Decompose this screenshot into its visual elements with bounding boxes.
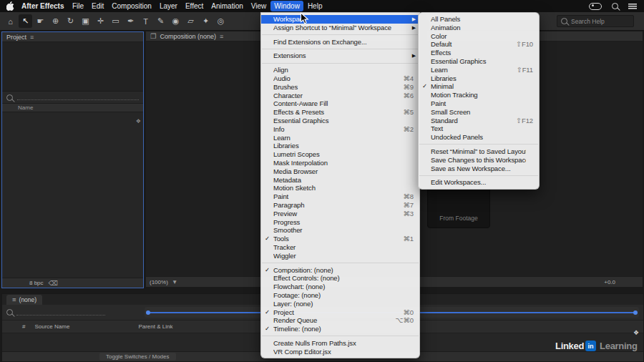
notification-center-icon[interactable] [628, 3, 637, 9]
menu-item[interactable]: Flowchart: (none) [261, 283, 419, 291]
panel-menu-icon[interactable]: ≡ [220, 33, 223, 40]
menu-item[interactable]: Animation [419, 24, 539, 32]
menu-item[interactable]: Composition: (none) [261, 266, 419, 275]
menu-item[interactable]: Content-Aware Fill [261, 99, 419, 108]
project-panel-header[interactable]: Project ≡ [2, 32, 143, 42]
delete-icon[interactable]: ⌫ [49, 280, 58, 287]
menu-item[interactable]: Libraries [261, 142, 419, 150]
menu-item[interactable]: Character ⌘6 [261, 92, 419, 100]
project-name-column-header[interactable]: Name [2, 103, 143, 112]
menu-item[interactable]: Edit Workspaces... [419, 178, 539, 187]
clone-stamp-tool[interactable]: ◉ [169, 14, 182, 28]
menu-item[interactable]: Info ⌘2 [261, 125, 419, 134]
menu-window[interactable]: Window [270, 1, 304, 11]
menu-item[interactable]: Wiggler [261, 252, 419, 260]
pan-behind-tool[interactable]: ✛ [94, 14, 107, 28]
menu-view[interactable]: View [247, 1, 270, 11]
menu-item[interactable]: Extensions [261, 52, 419, 60]
menu-item[interactable]: VR Comp Editor.jsx [261, 348, 419, 356]
menu-item[interactable]: Effects & Presets ⌘5 [261, 108, 419, 117]
bit-depth-button[interactable]: 8 bpc [29, 280, 44, 286]
timeline-tab-none[interactable]: ≡ (none) [6, 295, 42, 305]
search-help-field[interactable]: Search Help [557, 15, 634, 27]
menu-item[interactable]: Brushes ⌘9 [261, 83, 419, 92]
menu-item[interactable]: Mask Interpolation [261, 159, 419, 167]
menu-item[interactable]: Footage: (none) [261, 291, 419, 300]
zoom-handle-right[interactable] [633, 310, 638, 315]
menu-item[interactable]: Motion Sketch [261, 184, 419, 192]
menu-item[interactable]: Lumetri Scopes [261, 150, 419, 159]
menu-layer[interactable]: Layer [155, 1, 181, 11]
menu-item[interactable]: Reset “Minimal” to Saved Layout [419, 147, 539, 156]
menu-item[interactable]: Minimal [419, 82, 539, 91]
menu-item[interactable]: Save as New Workspace... [419, 165, 539, 173]
toggle-switches-modes-button[interactable]: Toggle Switches / Modes [99, 353, 176, 361]
menu-item[interactable]: Tools ⌘1 [261, 235, 419, 243]
menu-item[interactable]: Paragraph ⌘7 [261, 201, 419, 210]
menu-item[interactable]: Standard ⇧F12 [419, 117, 539, 125]
zoom-tool[interactable]: ⊕ [49, 14, 62, 28]
zoom-handle-left[interactable] [146, 310, 150, 315]
hand-tool[interactable]: ☛ [34, 14, 47, 28]
apple-menu-icon[interactable] [6, 1, 14, 11]
menu-item[interactable]: All Panels [419, 15, 539, 24]
menu-item[interactable]: Paint [419, 99, 539, 108]
menu-item[interactable]: Find Extensions on Exchange... [261, 38, 419, 47]
roto-brush-tool[interactable]: ✦ [199, 14, 213, 28]
timeline-search-field[interactable] [6, 309, 105, 315]
menu-item[interactable]: Essential Graphics [261, 117, 419, 125]
brush-tool[interactable]: ✎ [154, 14, 167, 28]
menu-effect[interactable]: Effect [181, 1, 207, 11]
menu-item[interactable]: Metadata [261, 176, 419, 185]
menu-item[interactable]: Text [419, 124, 539, 133]
menu-item[interactable]: Color [419, 32, 539, 41]
menu-item[interactable]: Paint ⌘8 [261, 192, 419, 201]
menu-item[interactable]: Essential Graphics [419, 57, 539, 66]
menu-file[interactable]: File [68, 1, 87, 11]
menu-help[interactable]: Help [303, 1, 326, 11]
menu-item[interactable]: Preview ⌘3 [261, 210, 419, 218]
menu-composition[interactable]: Composition [108, 1, 156, 11]
menu-item[interactable]: Smoother [261, 226, 419, 235]
orbit-camera-tool[interactable]: ↻ [64, 14, 77, 28]
menu-item[interactable]: Small Screen [419, 108, 539, 117]
menu-item[interactable]: Layer: (none) [261, 300, 419, 308]
menu-item[interactable]: Project ⌘0 [261, 308, 419, 317]
menu-item[interactable]: Effect Controls: (none) [261, 274, 419, 283]
spotlight-search-icon[interactable] [612, 3, 618, 9]
menu-item[interactable]: Progress [261, 218, 419, 227]
menu-item[interactable]: Audio ⌘4 [261, 74, 419, 83]
menu-item[interactable]: Media Browser [261, 167, 419, 176]
menu-item[interactable]: Default ⇧F10 [419, 40, 539, 49]
menu-item[interactable]: Assign Shortcut to “Minimal” Workspace [261, 24, 419, 32]
panel-menu-icon[interactable]: ≡ [30, 34, 34, 41]
menu-edit[interactable]: Edit [88, 1, 108, 11]
pen-tool[interactable]: ✒ [124, 14, 137, 28]
menu-item[interactable]: Workspace [261, 15, 419, 24]
menu-item[interactable]: Undocked Panels [419, 133, 539, 142]
menu-item[interactable]: Motion Tracking [419, 91, 539, 99]
shape-tool[interactable]: ▭ [109, 14, 122, 28]
chevron-down-icon[interactable]: ▾ [173, 278, 177, 285]
puppet-pin-tool[interactable]: ◎ [214, 14, 228, 28]
app-name[interactable]: After Effects [17, 2, 68, 10]
selection-tool[interactable]: ↖ [19, 14, 32, 28]
screen-indicator-icon[interactable] [589, 3, 602, 10]
menu-animation[interactable]: Animation [208, 1, 247, 11]
menu-item[interactable]: Tracker [261, 243, 419, 252]
exposure-value[interactable]: +0.0 [604, 279, 615, 285]
camera-tool[interactable]: ▣ [79, 14, 92, 28]
menu-item[interactable]: Libraries [419, 74, 539, 83]
menu-item[interactable]: Save Changes to this Workspace [419, 156, 539, 165]
project-search-field[interactable] [2, 92, 143, 103]
menu-item[interactable]: Create Nulls From Paths.jsx [261, 339, 419, 348]
type-tool[interactable]: T [139, 14, 152, 28]
menu-item[interactable]: Render Queue ⌥⌘0 [261, 316, 419, 325]
magnification-level[interactable]: (100%) [150, 279, 168, 285]
menu-item[interactable]: Learn [261, 134, 419, 142]
menu-item[interactable]: Effects [419, 49, 539, 57]
source-name-column[interactable]: Source Name [34, 323, 69, 330]
home-tool[interactable]: ⌂ [4, 14, 17, 28]
eraser-tool[interactable]: ▱ [184, 14, 197, 28]
menu-item[interactable]: Timeline: (none) [261, 325, 419, 333]
